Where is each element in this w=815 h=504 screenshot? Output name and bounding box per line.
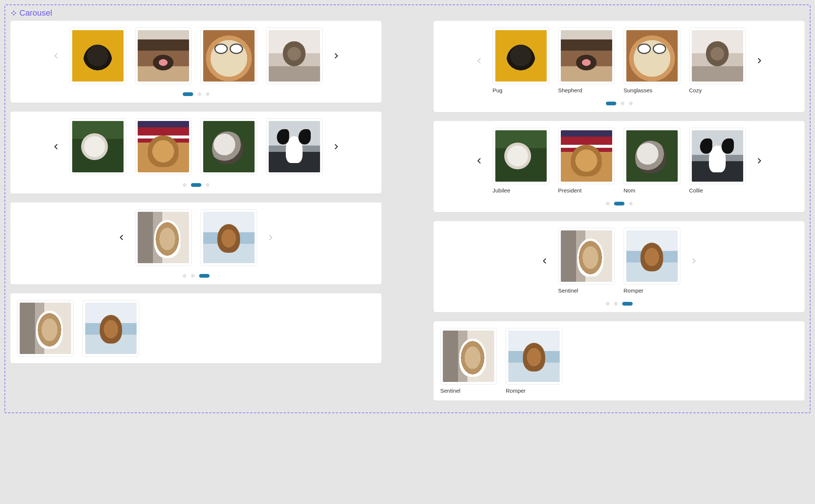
dog-image bbox=[626, 230, 678, 282]
dog-image bbox=[508, 331, 560, 382]
carousel-card[interactable] bbox=[624, 128, 680, 184]
carousel-card[interactable] bbox=[689, 128, 746, 184]
carousel-caption: Pug bbox=[493, 87, 549, 93]
carousel-card[interactable] bbox=[17, 300, 74, 357]
dog-image bbox=[72, 30, 124, 82]
carousel-row: SentinelRomper bbox=[439, 228, 799, 294]
carousel-caption: Romper bbox=[624, 287, 680, 294]
carousel-card[interactable] bbox=[83, 300, 139, 357]
carousel-cards: PugShepherdSunglassesCozy bbox=[493, 28, 746, 93]
carousel-dot[interactable] bbox=[614, 202, 624, 205]
dog-image bbox=[443, 331, 494, 382]
dog-image bbox=[561, 130, 612, 182]
carousel-card[interactable] bbox=[135, 118, 192, 175]
carousel-caption: Shepherd bbox=[558, 87, 615, 93]
carousel-card[interactable] bbox=[689, 28, 746, 84]
dog-image bbox=[138, 212, 189, 263]
carousel-card[interactable] bbox=[558, 28, 615, 84]
carousel-panel bbox=[10, 293, 381, 363]
carousel-dot[interactable] bbox=[183, 274, 186, 278]
carousel-dot[interactable] bbox=[606, 302, 610, 306]
carousel-dot[interactable] bbox=[191, 183, 201, 187]
carousel-dot[interactable] bbox=[621, 102, 624, 105]
carousel-card[interactable] bbox=[201, 118, 257, 175]
carousel-card[interactable] bbox=[135, 209, 192, 266]
carousel-dot[interactable] bbox=[606, 202, 610, 205]
carousel-cards bbox=[70, 28, 323, 84]
dog-image bbox=[692, 30, 743, 82]
carousel-row: JubileePresidentNomCollie bbox=[439, 128, 799, 194]
carousel-item: Sentinel bbox=[558, 228, 615, 294]
carousel-card[interactable] bbox=[266, 28, 323, 84]
right-column: PugShepherdSunglassesCozyJubileePresiden… bbox=[434, 21, 805, 401]
carousel-dots bbox=[16, 92, 376, 96]
carousel-next-button[interactable] bbox=[329, 140, 343, 153]
carousel-card[interactable] bbox=[624, 228, 680, 284]
carousel-row bbox=[16, 209, 376, 266]
carousel-panel: JubileePresidentNomCollie bbox=[434, 121, 805, 212]
dog-image bbox=[20, 303, 71, 354]
carousel-item bbox=[70, 28, 126, 84]
carousel-row: SentinelRomper bbox=[440, 328, 798, 394]
carousel-card[interactable] bbox=[70, 28, 126, 84]
carousel-next-button[interactable] bbox=[752, 154, 766, 168]
carousel-caption: Jubilee bbox=[493, 187, 549, 194]
dog-image bbox=[495, 30, 547, 82]
carousel-prev-button[interactable] bbox=[115, 231, 128, 244]
carousel-cards bbox=[17, 300, 139, 357]
carousel-dot[interactable] bbox=[629, 202, 633, 205]
dog-image bbox=[692, 130, 743, 182]
carousel-dot[interactable] bbox=[191, 274, 195, 278]
carousel-item: Romper bbox=[506, 328, 562, 394]
carousel-dots bbox=[439, 102, 799, 105]
carousel-dot[interactable] bbox=[199, 274, 210, 278]
carousel-card[interactable] bbox=[266, 118, 323, 175]
dog-image bbox=[138, 30, 189, 82]
carousel-prev-button bbox=[49, 49, 63, 63]
carousel-panel: SentinelRomper bbox=[434, 221, 805, 312]
carousel-card[interactable] bbox=[506, 328, 562, 385]
carousel-card[interactable] bbox=[201, 28, 257, 84]
carousel-dot[interactable] bbox=[622, 302, 633, 306]
carousel-item bbox=[201, 118, 257, 175]
carousel-item bbox=[135, 118, 192, 175]
carousel-card[interactable] bbox=[493, 28, 549, 84]
carousel-dot[interactable] bbox=[183, 92, 193, 96]
carousel-dot[interactable] bbox=[629, 102, 633, 105]
carousel-next-button[interactable] bbox=[329, 49, 343, 63]
carousel-dot[interactable] bbox=[206, 92, 210, 96]
carousel-item bbox=[266, 28, 323, 84]
section-title-text: Carousel bbox=[19, 8, 52, 18]
carousel-card[interactable] bbox=[493, 128, 549, 184]
carousel-card[interactable] bbox=[135, 28, 192, 84]
carousel-dot[interactable] bbox=[614, 302, 618, 306]
carousel-caption: Cozy bbox=[689, 87, 746, 93]
carousel-next-button[interactable] bbox=[752, 54, 766, 67]
carousel-cards: SentinelRomper bbox=[558, 228, 680, 294]
carousel-card[interactable] bbox=[440, 328, 497, 385]
carousel-dot[interactable] bbox=[183, 183, 186, 187]
carousel-cards bbox=[70, 118, 323, 175]
dog-image bbox=[626, 130, 678, 182]
carousel-prev-button[interactable] bbox=[49, 140, 63, 153]
dog-image bbox=[495, 130, 547, 182]
dog-image bbox=[269, 30, 320, 82]
carousel-panel bbox=[10, 112, 381, 194]
carousel-item bbox=[70, 118, 126, 175]
carousel-dot[interactable] bbox=[198, 92, 201, 96]
carousel-card[interactable] bbox=[70, 118, 126, 175]
carousel-prev-button[interactable] bbox=[473, 154, 486, 168]
carousel-cards: SentinelRomper bbox=[440, 328, 562, 394]
carousel-caption: Collie bbox=[689, 187, 746, 194]
carousel-panel: SentinelRomper bbox=[434, 321, 805, 401]
carousel-card[interactable] bbox=[201, 209, 257, 266]
carousel-row bbox=[16, 28, 376, 84]
carousel-card[interactable] bbox=[558, 228, 615, 284]
carousel-dot[interactable] bbox=[606, 102, 616, 105]
carousel-item: Sentinel bbox=[440, 328, 497, 394]
carousel-next-button bbox=[264, 231, 277, 244]
carousel-dot[interactable] bbox=[206, 183, 210, 187]
carousel-prev-button[interactable] bbox=[538, 254, 552, 268]
carousel-card[interactable] bbox=[624, 28, 680, 84]
carousel-card[interactable] bbox=[558, 128, 615, 184]
